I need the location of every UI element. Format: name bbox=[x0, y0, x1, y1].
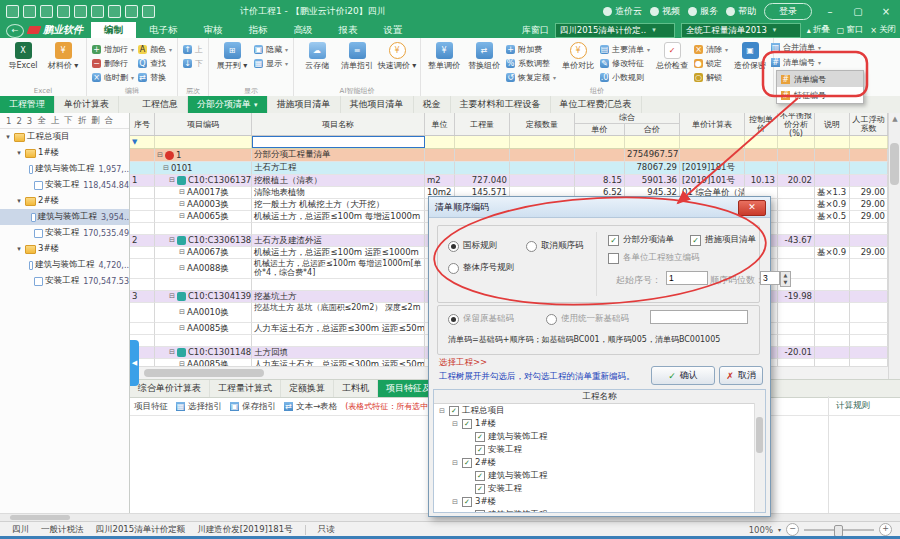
ribbon-button-导Excel[interactable]: X导Excel bbox=[3, 40, 43, 70]
ribbon-button-替换[interactable]: ⇄替换 bbox=[136, 70, 174, 84]
ribbon-button-解锁[interactable]: ○解锁 bbox=[692, 70, 730, 84]
preview-icon[interactable] bbox=[57, 5, 70, 18]
header-unbalance[interactable]: 不平衡报价分析(%) bbox=[778, 113, 815, 135]
ribbon-button-隐藏[interactable]: ▣隐藏▾ bbox=[252, 42, 290, 56]
ribbon-button-查找[interactable]: Q查找 bbox=[136, 56, 174, 70]
ribbon-button-造价保密[interactable]: ▣造价保密 bbox=[730, 40, 770, 70]
header-note[interactable]: 说明 bbox=[815, 113, 850, 135]
tree-item-安装工程[interactable]: 安装工程118,454.84 bbox=[0, 177, 129, 193]
ribbon-button-下[interactable]: ↓下 bbox=[181, 56, 205, 70]
tree-expander-icon[interactable]: ▾ bbox=[15, 149, 23, 157]
ribbon-tab-电子标[interactable]: 电子标 bbox=[136, 22, 191, 38]
tree-item-2#楼[interactable]: ▾2#楼 bbox=[0, 193, 129, 209]
radio-whole-sn-rule[interactable]: 整体序号规则 bbox=[448, 262, 514, 274]
ribbon-button-整单调价[interactable]: ¥整单调价 bbox=[424, 40, 464, 70]
tree-item-1#楼[interactable]: ▾1#楼 bbox=[0, 145, 129, 161]
ribbon-button-云存储[interactable]: ☁云存储 bbox=[297, 40, 337, 70]
library-action-2[interactable]: ×关闭 bbox=[870, 24, 896, 36]
save-icon[interactable] bbox=[40, 5, 53, 18]
radio-national-rule[interactable]: 国标规则 bbox=[448, 240, 497, 252]
ribbon-button-恢复定额[interactable]: ↺恢复定额▾ bbox=[504, 70, 558, 84]
dialog-tree-item-安装工程[interactable]: 安装工程 bbox=[434, 482, 765, 495]
undo-icon[interactable] bbox=[125, 5, 138, 18]
digits-spinner[interactable]: ▲▼ bbox=[780, 271, 791, 287]
tree-checkbox[interactable] bbox=[475, 484, 485, 494]
zoom-in-icon[interactable]: + bbox=[879, 523, 892, 536]
header-qty[interactable]: 工程量 bbox=[455, 113, 510, 135]
ribbon-tab-审核[interactable]: 审核 bbox=[191, 22, 236, 38]
list-library-select[interactable]: 全统工程量清单2013▾ bbox=[681, 23, 801, 38]
scrollbar-thumb[interactable] bbox=[890, 143, 899, 185]
ribbon-tab-高级[interactable]: 高级 bbox=[281, 22, 326, 38]
dialog-close-icon[interactable]: ✕ bbox=[738, 200, 766, 216]
dialog-tree-item-建筑与装饰工程[interactable]: 建筑与装饰工程 bbox=[434, 469, 765, 482]
dialog-tree-scrollbar[interactable] bbox=[754, 403, 765, 512]
library-action-0[interactable]: ▴折叠 bbox=[807, 24, 830, 36]
ribbon-button-系数调整[interactable]: %系数调整 bbox=[504, 56, 558, 70]
quota-library-select[interactable]: 四川2015清单计价定..▾ bbox=[555, 23, 675, 38]
tree-item-3#楼[interactable]: ▾3#楼 bbox=[0, 241, 129, 257]
tree-item-建筑与装饰工程[interactable]: 建筑与装饰工程3,954.. bbox=[0, 209, 129, 225]
tree-toolbar-删[interactable]: 删 bbox=[91, 115, 100, 127]
ribbon-button-快速调价[interactable]: ¥快速调价 ▾ bbox=[377, 40, 417, 70]
header-composite[interactable]: 综合 bbox=[575, 113, 679, 124]
filter-cell-code[interactable] bbox=[155, 136, 252, 148]
ribbon-button-增加行[interactable]: +增加行▾ bbox=[90, 42, 136, 56]
tab-工程管理[interactable]: 工程管理 bbox=[0, 96, 55, 113]
tab-单位工程费汇总表[interactable]: 单位工程费汇总表 bbox=[551, 96, 642, 113]
filter-cell-note[interactable] bbox=[815, 136, 850, 148]
tree-checkbox[interactable] bbox=[475, 445, 485, 455]
zoom-out-icon[interactable]: − bbox=[786, 523, 799, 536]
filter-cell-qty[interactable] bbox=[455, 136, 510, 148]
tree-toolbar-3[interactable]: 3 bbox=[27, 116, 32, 126]
digits-input[interactable] bbox=[760, 271, 780, 285]
header-calc[interactable]: 单价计算表 bbox=[680, 113, 745, 135]
tree-item-工程总项目[interactable]: ▾工程总项目 bbox=[0, 129, 129, 145]
ribbon-button-锁定[interactable]: ●锁定 bbox=[692, 56, 730, 70]
tree-expander-icon[interactable]: ⊟ bbox=[438, 407, 446, 415]
confirm-button[interactable]: ✓确认 bbox=[651, 366, 715, 385]
ribbon-button-主要清单[interactable]: ▤主要清单▾ bbox=[598, 42, 652, 56]
tree-toolbar-下[interactable]: 下 bbox=[64, 115, 73, 127]
filter-cell-deqty[interactable] bbox=[510, 136, 575, 148]
ribbon-button-显示[interactable]: ▦显示▾ bbox=[252, 56, 290, 70]
tree-expander-icon[interactable]: ▾ bbox=[4, 133, 12, 141]
tab-定额换算[interactable]: 定额换算 bbox=[281, 380, 334, 397]
titlebar-item-1[interactable]: 视频 bbox=[650, 5, 680, 18]
filter-cell-price[interactable] bbox=[575, 136, 625, 148]
filter-cell-unb[interactable] bbox=[778, 136, 815, 148]
copy-icon[interactable] bbox=[74, 5, 87, 18]
cut-icon[interactable] bbox=[108, 5, 121, 18]
filter-cell-total[interactable] bbox=[625, 136, 680, 148]
toolbar-button-项目特征[interactable]: 项目特征 bbox=[134, 401, 168, 413]
titlebar-item-3[interactable]: 帮助 bbox=[726, 5, 756, 18]
tab-工程信息[interactable]: 工程信息 bbox=[133, 96, 188, 113]
header-price[interactable]: 单价 bbox=[575, 124, 625, 135]
check-subsection-list[interactable]: 分部分项清单 bbox=[608, 234, 674, 246]
select-project-link[interactable]: 选择工程>> bbox=[439, 357, 487, 369]
expand-icon[interactable]: ⊟ bbox=[179, 211, 185, 222]
header-name[interactable]: 项目名称 bbox=[252, 113, 425, 135]
tree-checkbox[interactable] bbox=[462, 497, 472, 507]
tree-checkbox[interactable] bbox=[449, 406, 459, 416]
dialog-tree-item-2#楼[interactable]: ⊟2#楼 bbox=[434, 456, 765, 469]
ribbon-tab-编制[interactable]: 编制 bbox=[91, 22, 136, 38]
header-deqty[interactable]: 定额数量 bbox=[510, 113, 575, 135]
radio-keep-base-code[interactable]: 保留原基础码 bbox=[448, 313, 514, 325]
tree-checkbox[interactable] bbox=[462, 419, 472, 429]
ribbon-tab-指标[interactable]: 指标 bbox=[236, 22, 281, 38]
expand-icon[interactable]: ⊟ bbox=[169, 175, 175, 186]
menu-item-特征编号[interactable]: #特征编号 bbox=[777, 87, 863, 103]
check-independent-coding[interactable]: 各单位工程独立编码 bbox=[608, 252, 700, 264]
expand-icon[interactable]: ⊟ bbox=[179, 307, 185, 318]
ribbon-button-删除行[interactable]: −删除行 bbox=[90, 56, 136, 70]
expand-icon[interactable]: ⊟ bbox=[179, 247, 185, 258]
redo-icon[interactable] bbox=[142, 5, 155, 18]
header-total[interactable]: 合价 bbox=[625, 124, 679, 135]
dialog-tree-item-1#楼[interactable]: ⊟1#楼 bbox=[434, 417, 765, 430]
ribbon-button-修改特征[interactable]: ✎修改特征 bbox=[598, 56, 652, 70]
filter-cell-name[interactable] bbox=[252, 136, 425, 148]
ribbon-button-总价检查[interactable]: ✓总价检查 bbox=[652, 40, 692, 70]
sidebar-collapse-handle[interactable]: ◀ bbox=[130, 340, 139, 386]
tree-item-建筑与装饰工程[interactable]: 建筑与装饰工程4,720,.. bbox=[0, 257, 129, 273]
